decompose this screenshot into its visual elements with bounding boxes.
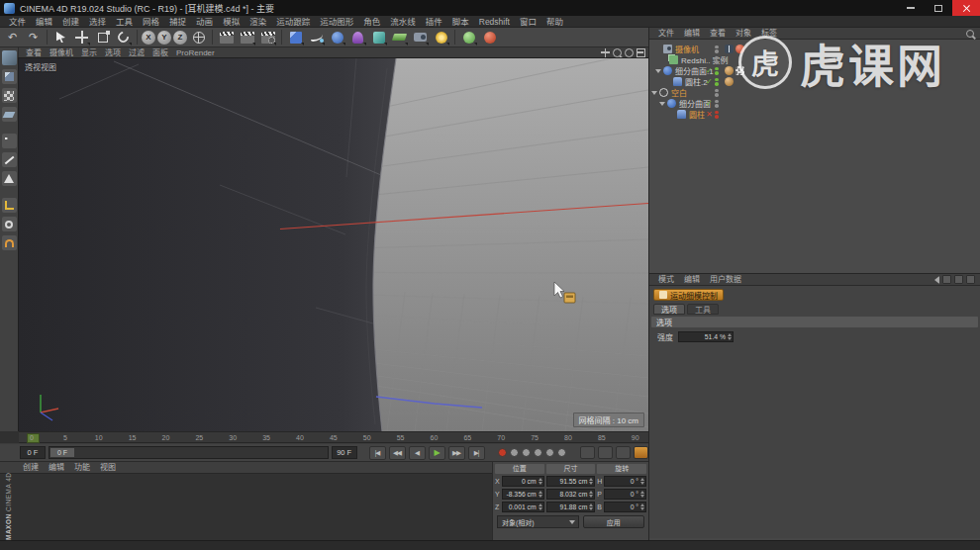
menu-script[interactable]: 脚本 — [447, 16, 474, 28]
viewport-canvas[interactable]: 透视视图 网格间隔 : 10 cm — [19, 58, 648, 431]
render-to-picture-viewer-icon[interactable] — [238, 28, 256, 46]
menu-file[interactable]: 文件 — [4, 16, 31, 28]
om-menu-file[interactable]: 文件 — [653, 28, 679, 40]
live-selection-icon[interactable] — [51, 28, 70, 46]
search-icon[interactable] — [966, 30, 974, 38]
redo-button[interactable]: ↷ — [24, 28, 43, 46]
orbit-view-icon[interactable] — [625, 48, 634, 57]
object-row-null[interactable]: 空白 — [649, 87, 980, 98]
camera-object-icon[interactable] — [411, 28, 430, 46]
options-section-header[interactable]: 选项 — [651, 317, 978, 327]
menu-animate[interactable]: 动画 — [191, 16, 218, 28]
menu-motion-tracker[interactable]: 运动跟踪 — [271, 16, 315, 28]
menu-snap[interactable]: 捕捉 — [164, 16, 191, 28]
disabled-cross-icon[interactable]: ✕ — [706, 111, 713, 119]
record-pla-icon[interactable] — [557, 448, 566, 457]
minimize-button[interactable] — [897, 0, 925, 16]
size-y-field[interactable]: 8.032 cm — [546, 489, 596, 500]
pan-view-icon[interactable] — [601, 48, 610, 57]
redshift-icon[interactable] — [480, 28, 499, 46]
tab-tool[interactable]: 工具 — [687, 304, 719, 315]
close-button[interactable] — [952, 0, 980, 16]
active-tool-chip[interactable]: 运动细模控制 — [653, 289, 724, 301]
autokey-icon[interactable] — [580, 446, 595, 459]
maximize-button[interactable] — [925, 0, 952, 16]
coordinate-mode-dropdown[interactable]: 对象(相对) — [497, 515, 579, 528]
object-row-cylinder-2[interactable]: 圆柱.2 ✓ — [649, 76, 980, 87]
menu-window[interactable]: 窗口 — [515, 16, 541, 28]
copy-icon[interactable] — [942, 275, 951, 284]
make-editable-icon[interactable] — [2, 50, 17, 65]
floor-object-icon[interactable] — [390, 28, 409, 46]
expand-icon[interactable] — [651, 91, 657, 95]
menu-plugins[interactable]: 插件 — [421, 16, 447, 28]
cube-primitive-icon[interactable] — [286, 28, 305, 46]
am-menu-userdata[interactable]: 用户数据 — [705, 274, 746, 286]
subdivision-surface-icon[interactable] — [328, 28, 346, 46]
mat-menu-create[interactable]: 创建 — [18, 462, 44, 474]
tab-options[interactable]: 选项 — [653, 304, 685, 315]
om-menu-objects[interactable]: 对象 — [731, 28, 756, 40]
visibility-toggles[interactable] — [715, 56, 719, 64]
undo-button[interactable]: ↶ — [3, 28, 22, 46]
enable-snap-icon[interactable] — [2, 235, 17, 250]
tag-icons[interactable] — [725, 66, 744, 75]
position-y-field[interactable]: -8.356 cm — [502, 489, 544, 500]
light-object-icon[interactable] — [432, 28, 450, 46]
tag-icons[interactable] — [725, 77, 734, 86]
end-frame-field[interactable]: 90 F — [332, 446, 357, 459]
goto-end-button[interactable]: ▶| — [468, 446, 485, 460]
vp-menu-cameras[interactable]: 摄像机 — [46, 47, 77, 58]
visibility-toggles[interactable] — [715, 67, 719, 75]
keyframe-selection-icon[interactable] — [598, 446, 613, 459]
prev-key-button[interactable]: ◀◀ — [389, 446, 406, 460]
record-parameter-icon[interactable] — [545, 448, 554, 457]
record-position-icon[interactable] — [510, 448, 519, 457]
play-button[interactable]: ▶ — [429, 446, 445, 460]
apply-button[interactable]: 应用 — [583, 515, 644, 528]
mat-menu-edit[interactable]: 编辑 — [44, 462, 69, 474]
vp-menu-panel[interactable]: 面板 — [148, 47, 172, 58]
object-row-subdiv[interactable]: 细分曲面 ✓ — [649, 98, 980, 109]
workplane-mode-icon[interactable] — [2, 107, 17, 122]
enable-check-icon[interactable]: ✓ — [706, 67, 713, 75]
panel-options-icon[interactable] — [966, 275, 975, 284]
menu-mesh[interactable]: 网格 — [138, 16, 164, 28]
mat-menu-view[interactable]: 视图 — [95, 462, 121, 474]
size-x-field[interactable]: 91.55 cm — [546, 476, 596, 487]
menu-pipeline[interactable]: 流水线 — [385, 16, 421, 28]
vp-menu-display[interactable]: 显示 — [77, 47, 101, 58]
x-lock-button[interactable]: X — [142, 31, 155, 45]
modeling-icon[interactable] — [369, 28, 388, 46]
timeline-ruler[interactable]: 0 5 10 15 20 25 30 35 40 45 50 55 60 65 … — [19, 431, 648, 443]
enable-check-icon[interactable]: ✓ — [706, 100, 713, 108]
current-frame-field[interactable]: 0 F — [20, 446, 46, 459]
spline-pen-icon[interactable] — [307, 28, 326, 46]
z-lock-button[interactable]: Z — [173, 31, 187, 45]
model-mode-icon[interactable] — [2, 69, 17, 84]
zoom-view-icon[interactable] — [613, 48, 622, 57]
am-menu-mode[interactable]: 模式 — [653, 274, 679, 286]
vp-menu-view[interactable]: 查看 — [22, 47, 46, 58]
playback-rate-icon[interactable] — [616, 446, 631, 459]
object-row-subdiv-1[interactable]: 细分曲面.1 ✓ — [649, 65, 980, 76]
record-keyframe-icon[interactable] — [498, 448, 507, 457]
history-back-icon[interactable] — [934, 276, 939, 284]
polygons-mode-icon[interactable] — [2, 171, 17, 186]
vp-menu-options[interactable]: 选项 — [101, 47, 125, 58]
expand-icon[interactable] — [659, 102, 665, 106]
rotation-b-field[interactable]: 0 ° — [604, 502, 646, 512]
expand-icon[interactable] — [655, 69, 661, 73]
points-mode-icon[interactable] — [2, 134, 17, 148]
render-view-icon[interactable] — [217, 28, 236, 46]
tag-icons[interactable] — [725, 45, 744, 53]
prev-frame-button[interactable]: ◀ — [409, 446, 426, 460]
menu-redshift[interactable]: Redshift — [474, 16, 515, 28]
om-menu-edit[interactable]: 编辑 — [679, 28, 705, 40]
object-row-instance[interactable]: Redshi.. 实例 — [649, 54, 980, 65]
enable-axis-icon[interactable] — [2, 198, 17, 213]
texture-mode-icon[interactable] — [2, 88, 17, 103]
menu-create[interactable]: 创建 — [57, 16, 84, 28]
mat-menu-function[interactable]: 功能 — [69, 462, 95, 474]
deformer-icon[interactable] — [348, 28, 367, 46]
